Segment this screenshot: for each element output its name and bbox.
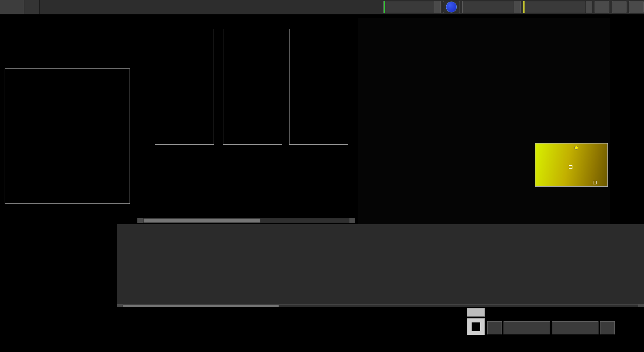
chevron-down-icon[interactable] <box>434 1 440 13</box>
inset-target-point <box>593 181 597 184</box>
tab-history-1[interactable] <box>0 0 24 14</box>
scroll-left-icon[interactable] <box>138 218 143 223</box>
deltah-chart <box>278 21 348 155</box>
top-bar <box>0 0 644 14</box>
scrollbar-thumb[interactable] <box>144 219 260 222</box>
window-pattern-icon <box>472 322 480 331</box>
patch-up-button[interactable] <box>467 308 485 317</box>
display-control-indicator <box>523 1 525 13</box>
prev-chevron-button[interactable] <box>487 321 502 334</box>
deltae-x-axis <box>5 204 136 211</box>
back-button[interactable] <box>504 321 550 334</box>
deltac-plot <box>223 29 282 145</box>
next-button[interactable] <box>552 321 598 334</box>
badge-value <box>446 2 457 12</box>
deltal-chart <box>144 21 214 155</box>
reading-count-badge <box>443 1 460 13</box>
spectral-locus <box>358 18 610 229</box>
add-tab-button[interactable] <box>25 0 40 14</box>
meter-dropdown[interactable] <box>383 1 441 13</box>
meter-status-indicator <box>384 1 385 13</box>
chevron-down-icon[interactable] <box>514 1 520 13</box>
pattern-source-dropdown[interactable] <box>462 1 521 13</box>
chevron-down-icon[interactable] <box>585 1 592 13</box>
deltae-bar-chart <box>5 68 130 204</box>
next-chevron-button[interactable] <box>600 321 615 334</box>
deltah-plot <box>289 29 348 145</box>
pattern-selection-bar <box>0 307 644 352</box>
inset-target-point <box>569 165 572 169</box>
deltac-chart <box>212 21 282 155</box>
display-control-dropdown[interactable] <box>523 1 592 13</box>
gear-icon[interactable] <box>595 1 609 13</box>
window-pattern-button[interactable] <box>467 318 485 335</box>
session-icon[interactable] <box>629 1 644 13</box>
cie-zoom-inset <box>535 143 608 187</box>
cie-diagram <box>358 18 610 229</box>
deltal-plot <box>155 29 214 145</box>
strip-scrollbar[interactable] <box>137 218 355 223</box>
measurement-table <box>117 224 644 304</box>
inset-measured-point <box>574 146 578 150</box>
actual-row-label <box>137 165 144 198</box>
scroll-right-icon[interactable] <box>349 218 355 223</box>
patch-comparison-strip <box>137 162 355 223</box>
help-icon[interactable] <box>612 1 626 13</box>
